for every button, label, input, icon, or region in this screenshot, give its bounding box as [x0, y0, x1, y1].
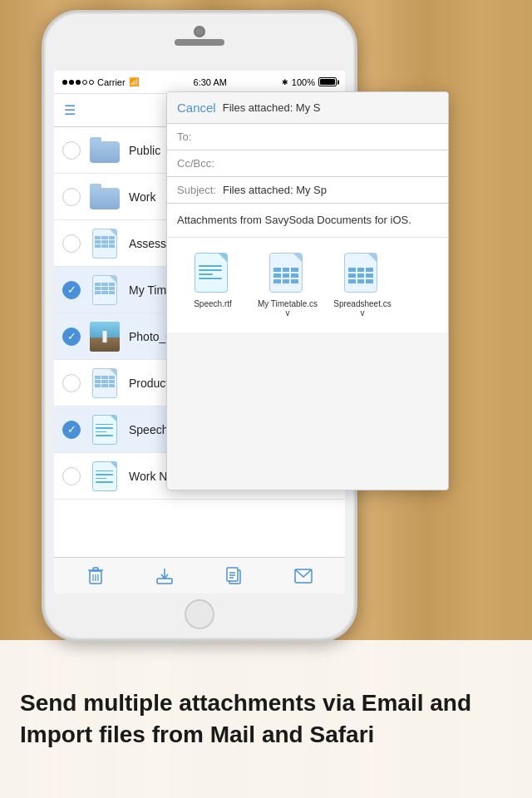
attachment-timetable: My Timetable.csv [250, 246, 325, 324]
checkbox-speech[interactable]: ✓ [62, 421, 81, 439]
header-subject-text: Files attached: My S [223, 101, 321, 114]
email-overlay: Cancel Files attached: My S To: Cc/Bcc: … [166, 91, 449, 490]
email-to-field[interactable]: To: [167, 124, 448, 150]
rtf-line [96, 481, 113, 483]
rtf-line [96, 427, 113, 429]
status-bar: Carrier 📶 6:30 AM ✱ 100% [54, 71, 345, 94]
checkbox-photo[interactable]: ✓ [62, 328, 81, 346]
file-name-public: Public [129, 144, 160, 157]
time-display: 6:30 AM [194, 77, 227, 87]
file-name-work: Work [129, 190, 155, 204]
subject-value: Files attached: My Sp [223, 184, 438, 196]
svg-rect-2 [93, 568, 98, 570]
att-line [199, 269, 222, 271]
rtf-line [96, 474, 113, 475]
wifi-icon: 📶 [129, 77, 139, 86]
signal-dot-5 [89, 80, 94, 85]
rtf-line [96, 470, 113, 472]
csv-icon [89, 274, 121, 306]
checkbox-timetable[interactable]: ✓ [62, 281, 81, 299]
photo-icon [89, 321, 121, 352]
checkbox-assessment[interactable] [62, 234, 81, 253]
attachment-speech: Speech.rtf [175, 246, 250, 315]
txt-icon [89, 461, 121, 492]
checkbox-public[interactable] [62, 141, 81, 160]
folder-body [90, 141, 120, 163]
rtf-line [96, 478, 106, 480]
signal-dot-2 [69, 80, 74, 85]
battery-pct-label: 100% [292, 77, 315, 87]
email-subject-field[interactable]: Subject: Files attached: My Sp [167, 177, 448, 204]
csv-icon [89, 367, 121, 399]
email-cc-field[interactable]: Cc/Bcc: [167, 150, 448, 177]
attachment-spreadsheet: Spreadsheet.csv [325, 246, 400, 324]
status-left: Carrier 📶 [62, 77, 139, 87]
copy-button[interactable] [219, 561, 249, 591]
email-button[interactable] [288, 561, 318, 591]
attachment-name-speech: Speech.rtf [194, 299, 232, 308]
signal-dot-3 [76, 80, 81, 85]
folder-body [90, 188, 120, 209]
battery-fill [320, 79, 335, 85]
checkbox-work[interactable] [62, 188, 81, 206]
phone-camera [195, 27, 204, 36]
bottom-text: Send multiple attachments via Email and … [20, 687, 512, 751]
svg-rect-9 [227, 568, 238, 581]
signal-dot-4 [82, 80, 87, 85]
rtf-line [96, 424, 113, 426]
subject-label: Subject: [177, 184, 223, 196]
photo-tower [103, 331, 107, 342]
checkbox-worknote[interactable] [62, 467, 81, 485]
to-label: To: [177, 131, 223, 143]
rtf-line [96, 431, 106, 433]
email-attachments: Speech.rtf My Timetable.csv [167, 238, 448, 332]
att-line [199, 265, 222, 267]
download-button[interactable] [150, 561, 180, 591]
signal-dot-1 [62, 80, 67, 85]
email-body[interactable]: Attachments from SavySoda Documents for … [167, 204, 448, 238]
email-header: Cancel Files attached: My S [167, 92, 448, 124]
carrier-label: Carrier [97, 77, 126, 87]
signal-dots [62, 80, 94, 85]
attachment-name-spreadsheet: Spreadsheet.csv [332, 299, 393, 318]
rtf-icon [89, 414, 121, 446]
battery-icon [318, 77, 337, 86]
toolbar [54, 557, 345, 594]
folder-icon [89, 181, 121, 213]
attachment-csv-icon [269, 253, 306, 296]
bottom-text-area: Send multiple attachments via Email and … [0, 640, 532, 798]
phone-speaker [175, 39, 224, 46]
att-line [199, 278, 222, 279]
delete-button[interactable] [81, 561, 111, 591]
cancel-button[interactable]: Cancel [177, 101, 216, 115]
status-right: ✱ 100% [282, 77, 337, 87]
checkbox-product[interactable] [62, 374, 81, 392]
attachment-rtf-icon [195, 253, 231, 296]
phone-home-button[interactable] [185, 599, 214, 629]
bluetooth-icon: ✱ [282, 78, 288, 86]
cc-label: Cc/Bcc: [177, 157, 223, 170]
attachment-name-timetable: My Timetable.csv [257, 299, 318, 318]
csv-icon [89, 228, 121, 259]
att-line [199, 273, 213, 275]
hamburger-icon[interactable]: ☰ [64, 102, 76, 118]
folder-icon [89, 135, 121, 166]
rtf-line [96, 435, 113, 436]
attachment-csv-icon-2 [344, 253, 381, 296]
email-body-text: Attachments from SavySoda Documents for … [177, 214, 411, 226]
email-header-subject: Files attached: My S [223, 101, 321, 114]
